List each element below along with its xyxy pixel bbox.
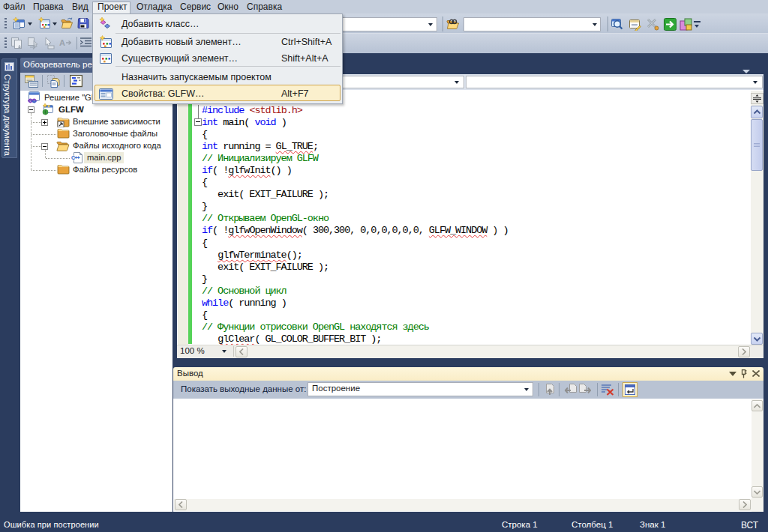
- svg-text:C++: C++: [71, 155, 80, 160]
